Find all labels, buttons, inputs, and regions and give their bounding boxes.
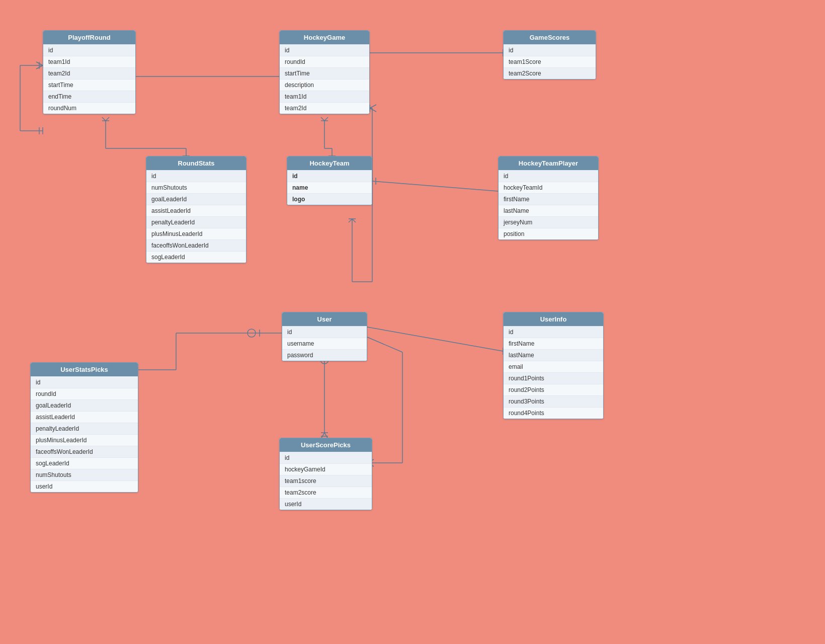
field-row: hockeyGameId bbox=[280, 463, 372, 475]
field-row: penaltyLeaderId bbox=[31, 423, 138, 434]
diagram-container: PlayoffRound id team1Id team2Id startTim… bbox=[0, 0, 825, 644]
table-header-playoff-round: PlayoffRound bbox=[43, 31, 135, 44]
field-row: plusMinusLeaderId bbox=[146, 228, 246, 239]
field-row: firstName bbox=[504, 338, 603, 349]
field-row: round2Points bbox=[504, 384, 603, 395]
table-header-user-stats-picks: UserStatsPicks bbox=[31, 363, 138, 376]
field-row: faceoffsWonLeaderId bbox=[146, 239, 246, 251]
table-header-hockey-team: HockeyTeam bbox=[287, 156, 372, 170]
table-hockey-game: HockeyGame id roundId startTime descript… bbox=[279, 30, 370, 114]
field-row: team2score bbox=[280, 487, 372, 498]
field-row: round3Points bbox=[504, 395, 603, 407]
table-playoff-round: PlayoffRound id team1Id team2Id startTim… bbox=[43, 30, 136, 114]
svg-line-30 bbox=[324, 117, 328, 121]
svg-line-69 bbox=[352, 219, 356, 222]
field-row: startTime bbox=[43, 79, 135, 91]
field-row: name bbox=[287, 182, 372, 193]
table-header-round-stats: RoundStats bbox=[146, 156, 246, 170]
field-row: lastName bbox=[499, 205, 598, 216]
table-user-score-picks: UserScorePicks id hockeyGameId team1scor… bbox=[279, 438, 372, 510]
svg-line-72 bbox=[370, 108, 376, 112]
field-row: numShutouts bbox=[146, 182, 246, 193]
field-row: id bbox=[499, 170, 598, 182]
field-row: roundId bbox=[31, 388, 138, 399]
field-row: password bbox=[282, 349, 367, 361]
field-row: roundNum bbox=[43, 102, 135, 114]
field-row: userId bbox=[280, 498, 372, 510]
field-row: team1Id bbox=[280, 91, 369, 102]
field-row: faceoffsWonLeaderId bbox=[31, 446, 138, 457]
field-row: team2Score bbox=[504, 67, 596, 79]
svg-line-59 bbox=[367, 337, 402, 352]
field-row: team1Id bbox=[43, 56, 135, 67]
field-row: description bbox=[280, 79, 369, 91]
field-row: penaltyLeaderId bbox=[146, 216, 246, 228]
svg-line-71 bbox=[370, 105, 376, 108]
field-row: plusMinusLeaderId bbox=[31, 434, 138, 446]
field-row: sogLeaderId bbox=[146, 251, 246, 263]
table-round-stats: RoundStats id numShutouts goalLeaderId a… bbox=[146, 156, 246, 263]
field-row: hockeyTeamId bbox=[499, 182, 598, 193]
field-row: jerseyNum bbox=[499, 216, 598, 228]
table-user-info: UserInfo id firstName lastName email rou… bbox=[503, 312, 604, 419]
field-row: id bbox=[146, 170, 246, 182]
table-header-hockey-team-player: HockeyTeamPlayer bbox=[499, 156, 598, 170]
field-row: id bbox=[504, 326, 603, 338]
field-row: sogLeaderId bbox=[31, 457, 138, 469]
field-row: goalLeaderId bbox=[31, 399, 138, 411]
field-row: roundId bbox=[280, 56, 369, 67]
table-user: User id username password bbox=[282, 312, 367, 361]
table-header-hockey-game: HockeyGame bbox=[280, 31, 369, 44]
table-header-user-info: UserInfo bbox=[504, 312, 603, 326]
field-row: goalLeaderId bbox=[146, 193, 246, 205]
field-row: id bbox=[282, 326, 367, 338]
field-row: startTime bbox=[280, 67, 369, 79]
field-row: id bbox=[280, 44, 369, 56]
svg-line-29 bbox=[321, 117, 324, 121]
field-row: username bbox=[282, 338, 367, 349]
svg-point-40 bbox=[248, 329, 256, 337]
table-header-game-scores: GameScores bbox=[504, 31, 596, 44]
field-row: assistLeaderId bbox=[146, 205, 246, 216]
field-row: round1Points bbox=[504, 372, 603, 384]
svg-line-77 bbox=[36, 62, 43, 65]
table-header-user-score-picks: UserScorePicks bbox=[280, 438, 372, 452]
field-row: endTime bbox=[43, 91, 135, 102]
table-header-user: User bbox=[282, 312, 367, 326]
field-row: id bbox=[31, 376, 138, 388]
field-row: team1score bbox=[280, 475, 372, 487]
svg-line-78 bbox=[36, 65, 43, 69]
field-row: firstName bbox=[499, 193, 598, 205]
field-row: id bbox=[287, 170, 372, 182]
svg-line-68 bbox=[349, 219, 352, 222]
svg-line-20 bbox=[106, 117, 109, 121]
field-row: team2Id bbox=[43, 67, 135, 79]
svg-line-46 bbox=[367, 327, 503, 351]
field-row: round4Points bbox=[504, 407, 603, 419]
field-row: assistLeaderId bbox=[31, 411, 138, 423]
field-row: userId bbox=[31, 480, 138, 492]
field-row: position bbox=[499, 228, 598, 239]
table-user-stats-picks: UserStatsPicks id roundId goalLeaderId a… bbox=[30, 362, 138, 493]
svg-line-31 bbox=[372, 181, 498, 191]
svg-line-19 bbox=[102, 117, 106, 121]
field-row: id bbox=[504, 44, 596, 56]
field-row: lastName bbox=[504, 349, 603, 361]
field-row: id bbox=[280, 452, 372, 463]
table-game-scores: GameScores id team1Score team2Score bbox=[503, 30, 596, 79]
field-row: logo bbox=[287, 193, 372, 205]
field-row: id bbox=[43, 44, 135, 56]
field-row: team1Score bbox=[504, 56, 596, 67]
table-hockey-team-player: HockeyTeamPlayer id hockeyTeamId firstNa… bbox=[498, 156, 599, 240]
table-hockey-team: HockeyTeam id name logo bbox=[287, 156, 372, 205]
field-row: team2Id bbox=[280, 102, 369, 114]
field-row: email bbox=[504, 361, 603, 372]
field-row: numShutouts bbox=[31, 469, 138, 480]
